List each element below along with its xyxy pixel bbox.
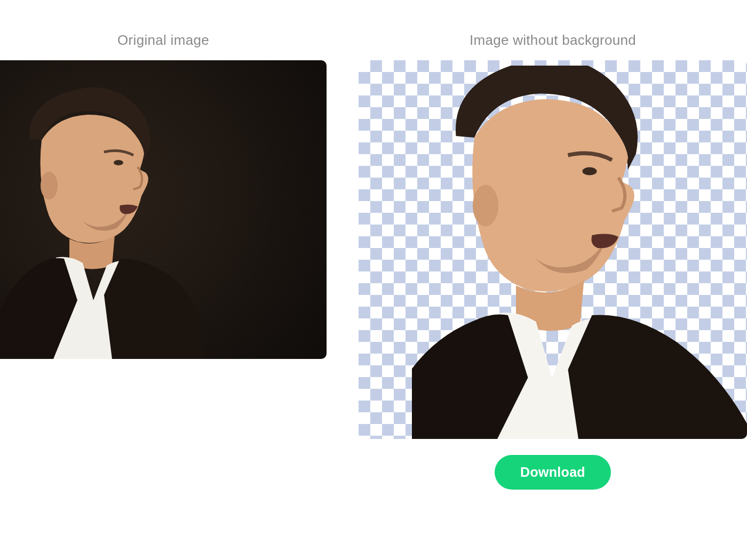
- download-button[interactable]: Download: [495, 455, 611, 490]
- result-image: [359, 60, 747, 439]
- result-panel: Image without background: [359, 32, 747, 490]
- svg-point-3: [583, 167, 597, 175]
- svg-point-0: [41, 172, 58, 199]
- person-silhouette-result: [412, 66, 747, 439]
- result-label: Image without background: [470, 32, 636, 49]
- comparison-container: Original image: [0, 0, 747, 490]
- download-row: Download: [359, 455, 747, 490]
- original-label: Original image: [117, 32, 209, 49]
- original-image: [0, 60, 327, 359]
- svg-point-2: [473, 185, 498, 227]
- svg-point-1: [114, 160, 123, 165]
- person-silhouette-original: [0, 82, 203, 359]
- original-panel: Original image: [0, 32, 327, 490]
